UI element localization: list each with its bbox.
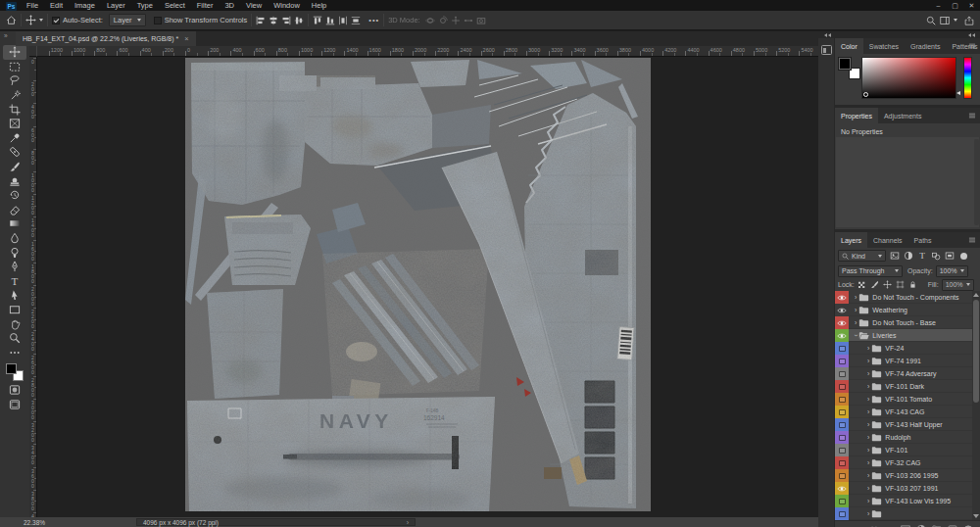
layers-scrollbar[interactable] bbox=[972, 291, 980, 520]
layer-name[interactable]: VF-74 Adversary bbox=[885, 370, 936, 377]
opacity-value[interactable]: 100% bbox=[936, 265, 968, 277]
tool-frame[interactable] bbox=[3, 117, 26, 131]
menu-3d[interactable]: 3D bbox=[219, 1, 240, 10]
menu-file[interactable]: File bbox=[21, 1, 44, 10]
layer-row[interactable]: ›VF-101 Tomato bbox=[835, 393, 980, 406]
layer-name[interactable]: VF-143 Low Vis 1995 bbox=[885, 498, 951, 504]
layer-filter-kind-dropdown[interactable]: Kind bbox=[838, 250, 886, 262]
layer-row[interactable]: ›VF-101 bbox=[835, 444, 980, 456]
maximize-button[interactable]: ▢ bbox=[947, 2, 963, 10]
new-layer-button[interactable] bbox=[948, 524, 957, 527]
tool-rectangle[interactable] bbox=[3, 303, 26, 317]
close-button[interactable]: ✕ bbox=[963, 2, 980, 10]
layer-name[interactable]: Liveries bbox=[872, 332, 896, 339]
layer-row[interactable]: ›VF-74 Adversary bbox=[835, 367, 980, 380]
tool-magic-wand[interactable] bbox=[3, 88, 26, 103]
scroll-up-arrow[interactable] bbox=[973, 293, 979, 297]
layer-name[interactable]: VF-101 Dark bbox=[885, 383, 924, 390]
align-top-button[interactable] bbox=[313, 16, 322, 25]
layer-row[interactable]: ›VF-101 Dark bbox=[835, 380, 980, 393]
foreground-background-colors[interactable] bbox=[5, 362, 24, 382]
auto-select-target-dropdown[interactable]: Layer bbox=[109, 14, 146, 26]
filter-shape-layers[interactable] bbox=[931, 251, 941, 261]
blend-mode-dropdown[interactable]: Pass Through bbox=[838, 265, 903, 277]
tab-swatches[interactable]: Swatches bbox=[863, 38, 905, 54]
align-left-button[interactable] bbox=[256, 16, 266, 25]
tab-color[interactable]: Color bbox=[835, 38, 863, 54]
tool-hand[interactable] bbox=[3, 316, 26, 331]
layer-row[interactable]: ›VF-32 CAG bbox=[835, 456, 980, 469]
auto-select-checkbox[interactable] bbox=[52, 17, 60, 24]
tool-move[interactable] bbox=[3, 45, 26, 60]
layer-row[interactable]: ›Do Not Touch - Components bbox=[835, 291, 980, 304]
menu-edit[interactable]: Edit bbox=[44, 1, 69, 10]
layer-row[interactable]: ›VF-24 bbox=[835, 342, 980, 355]
layer-row[interactable]: ›Rudolph bbox=[835, 431, 980, 444]
document-info[interactable]: 4096 px x 4096 px (72 ppi) › bbox=[136, 518, 416, 526]
tool-pen[interactable] bbox=[3, 260, 26, 274]
layer-name[interactable]: Do Not Touch - Components bbox=[872, 294, 958, 301]
layer-name[interactable]: VF-103 207 1991 bbox=[885, 485, 938, 492]
tool-crop[interactable] bbox=[3, 102, 26, 117]
collapse-dock-arrows[interactable] bbox=[968, 33, 975, 37]
orbit-3d-button[interactable] bbox=[425, 16, 435, 25]
foreground-color[interactable] bbox=[6, 363, 17, 374]
tab-gradients[interactable]: Gradients bbox=[905, 38, 946, 54]
layer-visibility-toggle[interactable] bbox=[835, 367, 849, 380]
camera-3d-button[interactable] bbox=[476, 16, 486, 25]
align-bottom-button[interactable] bbox=[325, 16, 335, 25]
tool-healing-brush[interactable] bbox=[3, 145, 26, 160]
filter-type-layers[interactable]: T bbox=[917, 251, 927, 261]
layer-row[interactable]: ›VF-103 207 1991 bbox=[835, 482, 980, 495]
tab-properties[interactable]: Properties bbox=[835, 108, 878, 123]
tool-zoom[interactable] bbox=[3, 331, 26, 346]
collapsed-panel-icon[interactable] bbox=[821, 45, 832, 55]
move-tool-icon[interactable] bbox=[25, 15, 36, 25]
layer-visibility-toggle[interactable] bbox=[835, 355, 849, 367]
properties-scrollbar[interactable] bbox=[974, 139, 979, 225]
document-canvas[interactable]: NAVY F-14B 162914 bbox=[185, 58, 651, 511]
filter-smart-objects[interactable] bbox=[945, 251, 955, 261]
layer-row[interactable]: ›VF-143 CAG bbox=[835, 406, 980, 418]
tab-channels[interactable]: Channels bbox=[867, 232, 908, 248]
tool-clone-stamp[interactable] bbox=[3, 173, 26, 188]
fx-button[interactable]: fx bbox=[885, 524, 895, 527]
layer-visibility-toggle[interactable] bbox=[835, 507, 849, 520]
share-icon[interactable] bbox=[964, 16, 974, 25]
menu-view[interactable]: View bbox=[240, 1, 268, 10]
menu-help[interactable]: Help bbox=[306, 1, 332, 10]
foreground-color-swatch[interactable] bbox=[839, 58, 851, 70]
trash-button[interactable] bbox=[963, 524, 973, 527]
home-button[interactable] bbox=[6, 15, 17, 25]
hue-slider[interactable] bbox=[963, 57, 972, 99]
layer-visibility-toggle[interactable] bbox=[835, 406, 849, 418]
layer-name[interactable]: Do Not Touch - Base bbox=[872, 319, 935, 326]
tool-lasso[interactable] bbox=[3, 73, 26, 88]
menu-image[interactable]: Image bbox=[69, 1, 101, 10]
lock-lock-button[interactable] bbox=[908, 280, 917, 289]
layer-visibility-toggle[interactable] bbox=[835, 291, 849, 304]
tool-type[interactable]: T bbox=[3, 274, 26, 289]
menu-layer[interactable]: Layer bbox=[101, 1, 131, 10]
filter-pixel-layers[interactable] bbox=[890, 251, 900, 261]
layer-visibility-toggle[interactable] bbox=[835, 495, 849, 507]
layer-row[interactable]: › bbox=[835, 507, 980, 520]
panel-menu-icon[interactable] bbox=[968, 236, 976, 244]
quick-mask-button[interactable] bbox=[3, 383, 26, 398]
adjustment-button[interactable] bbox=[916, 524, 926, 527]
color-gradient-field[interactable] bbox=[861, 57, 956, 99]
layer-visibility-toggle[interactable] bbox=[835, 304, 849, 316]
tab-layers[interactable]: Layers bbox=[835, 232, 867, 248]
layer-visibility-toggle[interactable] bbox=[835, 316, 849, 329]
tool-dodge[interactable] bbox=[3, 245, 26, 260]
tab-adjustments[interactable]: Adjustments bbox=[878, 108, 928, 123]
layer-name[interactable]: VF-74 1991 bbox=[885, 358, 921, 364]
layer-name[interactable]: Weathering bbox=[872, 307, 907, 313]
layer-name[interactable]: VF-103 206 1995 bbox=[885, 472, 938, 479]
layer-row[interactable]: ›Liveries bbox=[835, 329, 980, 342]
lock-move-button[interactable] bbox=[883, 280, 892, 289]
tool-path-select[interactable] bbox=[3, 288, 26, 303]
minimize-button[interactable]: – bbox=[930, 2, 947, 9]
tab-paths[interactable]: Paths bbox=[908, 232, 938, 248]
canvas-viewport[interactable]: NAVY F-14B 162914 bbox=[37, 57, 818, 517]
